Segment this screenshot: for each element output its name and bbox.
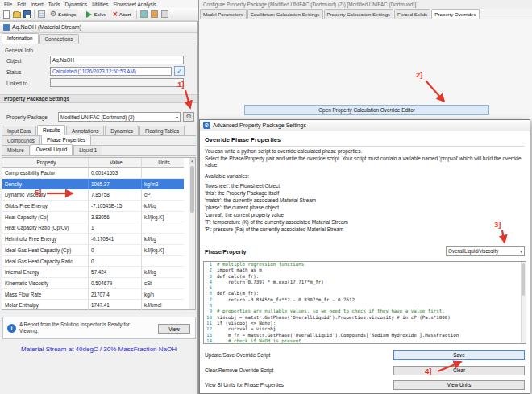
- tab-input-data[interactable]: Input Data: [2, 126, 36, 135]
- object-field[interactable]: [50, 56, 184, 64]
- scrollbar-thumb[interactable]: [190, 166, 194, 213]
- open-file-icon[interactable]: [12, 10, 21, 19]
- table-row[interactable]: Helmholtz Free Energy-0.170841kJ/kg: [2, 234, 195, 245]
- table-row[interactable]: Dynamic Viscosity7.85758cP: [2, 189, 195, 201]
- property-package-dropdown[interactable]: Modified UNIFAC (Dortmund) (2) ▾: [58, 112, 181, 122]
- tab-property-calculation-settings[interactable]: Property Calculation Settings: [324, 9, 394, 19]
- view-report-button[interactable]: View: [158, 324, 190, 334]
- x-icon: ×: [113, 10, 118, 19]
- open-override-editor-button[interactable]: Open Property Calculation Override Edito…: [244, 105, 489, 115]
- scrollbar-thumb[interactable]: [522, 263, 525, 296]
- toolbar-icon[interactable]: [37, 10, 46, 19]
- property-package-tabs: Model Parameters Equilibrium Calculation…: [200, 9, 532, 19]
- tab-information[interactable]: Information: [2, 33, 39, 44]
- save-button[interactable]: Save: [393, 350, 525, 360]
- menu-item-file[interactable]: File: [2, 2, 15, 7]
- linked-to-field[interactable]: [50, 78, 184, 87]
- code-line: 6def calb(m_fr):: [204, 291, 526, 297]
- tab-mixture[interactable]: Mixture: [2, 145, 30, 155]
- menu-item-utilities[interactable]: Utilities: [89, 2, 110, 7]
- scroll-up-icon[interactable]: ▲: [189, 158, 195, 164]
- header-property: Property: [2, 158, 89, 168]
- clear-button[interactable]: Clear: [393, 366, 525, 375]
- variable-item: 'matstr': the currently associated Mater…: [205, 197, 523, 203]
- property-package-settings-button[interactable]: ⚙: [183, 112, 194, 122]
- table-row[interactable]: Heat Capacity Ratio (Cp/Cv)1: [2, 222, 195, 234]
- configure-window-title: Configure Property Package (Modified UNI…: [199, 0, 532, 9]
- status-field[interactable]: [50, 67, 172, 76]
- table-row[interactable]: Compressibility Factor0.00141553: [2, 168, 195, 179]
- menu-item-dynamics[interactable]: Dynamics: [62, 2, 89, 7]
- table-header: Property Value Units: [2, 158, 195, 168]
- annotation-label-4: 4]: [425, 367, 431, 375]
- phase-property-dropdown[interactable]: OverallLiquid/viscosity ▾: [446, 246, 525, 256]
- table-row[interactable]: Density1065.37kg/m3: [2, 179, 195, 190]
- editor-scrollbar[interactable]: [521, 262, 526, 343]
- chevron-down-icon: ▾: [520, 248, 522, 254]
- toolbar-icon[interactable]: [160, 10, 169, 19]
- accept-status-button[interactable]: ✓: [174, 66, 185, 76]
- table-row[interactable]: Kinematic Viscosity0.504679cSt: [2, 278, 195, 289]
- stream-icon: [3, 24, 10, 31]
- variable-item: 'currval': the current property value: [205, 212, 523, 218]
- override-heading: Override Phase Properties: [205, 136, 525, 147]
- toolbar: ⚙Settings Solve ×Abort: [0, 8, 200, 21]
- table-row[interactable]: Ideal Gas Heat Capacity (Cp)0kJ/[kg.K]: [2, 245, 195, 256]
- menu-item-insert[interactable]: Insert: [28, 2, 46, 7]
- variable-item: 'this': the Property Package itself: [205, 190, 523, 196]
- dialog-description: You can write a python script to overrid…: [205, 148, 523, 155]
- table-row[interactable]: Gibbs Free Energy-7.10543E-15kJ/kg: [2, 201, 195, 212]
- tab-connections[interactable]: Connections: [39, 34, 79, 44]
- inspector-panel: i A Report from the Solution Inspector i…: [2, 317, 196, 339]
- property-package-value: Modified UNIFAC (Dortmund) (2): [60, 114, 135, 120]
- linked-to-label: Linked to: [6, 81, 27, 86]
- table-row[interactable]: Heat Capacity (Cp)3.83056kJ/[kg.K]: [2, 212, 195, 223]
- table-row[interactable]: Ideal Gas Heat Capacity Ratio0: [2, 256, 195, 268]
- gear-icon: ⚙: [185, 114, 191, 120]
- save-icon[interactable]: [23, 10, 31, 19]
- inspector-message: A Report from the Solution Inspector is …: [19, 321, 148, 334]
- tab-floating-tables[interactable]: Floating Tables: [139, 126, 185, 135]
- table-scrollbar[interactable]: ▲: [189, 158, 195, 309]
- solve-button[interactable]: Solve: [84, 10, 108, 19]
- menu-item-flowsheet-analysis[interactable]: Flowsheet Analysis: [110, 2, 159, 7]
- properties-table: Property Value Units Compressibility Fac…: [2, 157, 196, 310]
- property-package-settings-band: Property Package Settings: [0, 94, 197, 103]
- code-line: 5: [204, 285, 526, 291]
- toolbar-icon[interactable]: [150, 10, 159, 19]
- clear-row: Clear/Remove Override Script Clear: [205, 365, 525, 375]
- info-icon: i: [7, 324, 16, 333]
- code-line: 14 # check if NaOH is present: [204, 338, 526, 344]
- variable-item: 'T': temperature (K) of the currently as…: [205, 219, 523, 225]
- tab-liquid-1[interactable]: Liquid 1: [73, 145, 102, 155]
- general-info-label: General Info: [5, 48, 33, 53]
- material-stream-editor: Aq.NaOH (Material Stream) Information Co…: [0, 21, 198, 394]
- code-line: 7 return -3.8345*m_fr**2 - 0.8307*m_fr -…: [204, 297, 526, 303]
- code-line: 13 m_fr = matstr.GetPhase('OverallLiquid…: [204, 333, 526, 338]
- menu-item-tools[interactable]: Tools: [46, 2, 63, 7]
- view-units-button[interactable]: View Units: [393, 380, 525, 390]
- new-file-icon[interactable]: [2, 10, 10, 19]
- tab-equilibrium-calculation-settings[interactable]: Equilibrium Calculation Settings: [247, 9, 323, 19]
- table-row[interactable]: Mass Flow Rate21707.4kg/h: [2, 289, 195, 301]
- view-si-units-label: View SI Units for Phase Properties: [205, 382, 284, 388]
- tab-dynamics[interactable]: Dynamics: [105, 126, 139, 135]
- save-row: Update/Save Override Script Save: [205, 350, 525, 360]
- tab-forced-solids[interactable]: Forced Solids: [394, 9, 430, 19]
- dwsim-app: File Edit Insert Tools Dynamics Utilitie…: [0, 0, 532, 394]
- check-icon: ✓: [177, 68, 182, 75]
- stream-annotation-label: Material Stream at 40degC / 30% MassFrac…: [0, 346, 197, 353]
- menu-item-edit[interactable]: Edit: [15, 2, 28, 7]
- table-row[interactable]: Molar Enthalpy1747.41kJ/kmol: [2, 300, 195, 311]
- settings-button[interactable]: ⚙Settings: [48, 9, 78, 19]
- table-row[interactable]: Internal Energy57.424kJ/kg: [2, 267, 195, 278]
- tab-model-parameters[interactable]: Model Parameters: [200, 9, 247, 19]
- toolbar-icon[interactable]: [139, 10, 148, 19]
- window-title-text: Aq.NaOH (Material Stream): [12, 24, 81, 30]
- tab-overall-liquid[interactable]: Overall Liquid: [31, 144, 73, 155]
- abort-button[interactable]: ×Abort: [110, 9, 134, 20]
- annotation-label-3: 3]: [494, 220, 501, 229]
- script-editor[interactable]: 1# multiple regression functions 2import…: [203, 261, 526, 344]
- tab-property-overrides[interactable]: Property Overrides: [431, 9, 479, 19]
- info-tabs: Information Connections: [2, 34, 196, 44]
